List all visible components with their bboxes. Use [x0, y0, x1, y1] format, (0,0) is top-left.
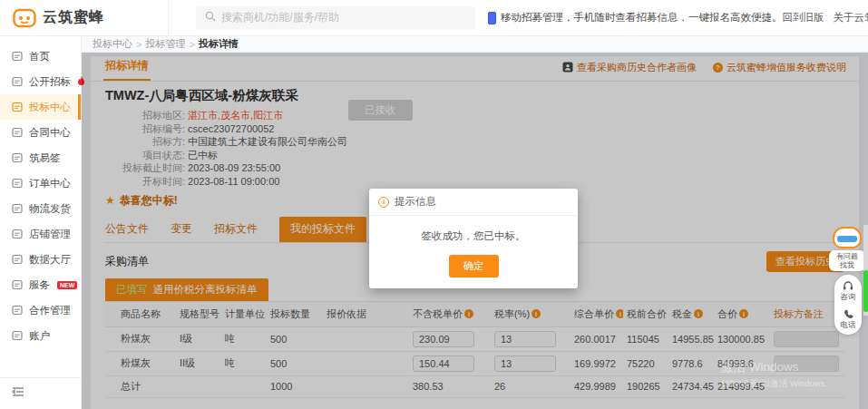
- search-icon: [205, 11, 216, 24]
- order-icon: [12, 178, 23, 189]
- breadcrumb-item[interactable]: 投标详情: [199, 37, 239, 51]
- sidebar-item-label: 筑易签: [29, 151, 61, 165]
- helper-label-line1: 有问题: [831, 252, 863, 261]
- sidebar-item-label: 投标中心: [29, 101, 71, 114]
- sidebar-item-label: 店铺管理: [29, 228, 71, 241]
- sidebar-item-service[interactable]: 服务NEW: [0, 272, 81, 297]
- home-icon: [12, 51, 23, 62]
- phone-icon: [844, 309, 853, 319]
- phone-label: 电话: [841, 320, 856, 329]
- contract-icon: [12, 127, 23, 138]
- cooperation-icon: [12, 305, 23, 316]
- breadcrumb-separator: >: [136, 39, 141, 50]
- sidebar-item-data-hall[interactable]: 数据大厅: [0, 247, 81, 272]
- old-version-link[interactable]: 回到旧版: [783, 11, 824, 24]
- sidebar-item-easy-sign[interactable]: 筑易签: [0, 145, 81, 170]
- header-divider: [168, 0, 169, 36]
- breadcrumb: 投标中心>投标管理>投标详情: [82, 36, 868, 53]
- phone-button[interactable]: 电话: [834, 309, 862, 329]
- scrollbar-thumb[interactable]: [863, 270, 868, 312]
- sidebar-item-order-center[interactable]: 订单中心: [0, 170, 81, 196]
- bee-mascot-icon: [833, 227, 862, 248]
- modal-footer: 确定: [369, 255, 578, 288]
- sidebar-item-shop-manage[interactable]: 店铺管理: [0, 221, 81, 247]
- sidebar-item-cooperation[interactable]: 合作管理: [0, 297, 81, 323]
- sidebar-item-contract-center[interactable]: 合同中心: [0, 120, 81, 145]
- yunzhu-bee-logo-icon: [13, 6, 36, 30]
- logistics-icon: [12, 203, 23, 214]
- sidebar-item-label: 物流发货: [29, 202, 71, 216]
- sidebar: 首页公开招标投标中心合同中心筑易签订单中心物流发货店铺管理数据大厅服务NEW合作…: [0, 36, 82, 409]
- info-circle-icon: i: [378, 197, 389, 208]
- data-hall-icon: [12, 254, 23, 265]
- sidebar-item-label: 公开招标: [29, 75, 71, 89]
- consult-button[interactable]: 咨询: [834, 281, 862, 301]
- service-icon: [12, 279, 23, 290]
- modal-message: 签收成功，您已中标。: [369, 216, 578, 255]
- sidebar-item-home[interactable]: 首页: [0, 44, 81, 69]
- search-placeholder: 搜索商机/功能/服务/帮助: [221, 10, 339, 25]
- mobile-promo-banner: 移动招募管理，手机随时查看招募信息，一键报名高效便捷。: [488, 11, 783, 24]
- account-icon: [12, 330, 23, 341]
- breadcrumb-separator: >: [189, 39, 194, 50]
- sidebar-item-bid-center[interactable]: 投标中心: [0, 94, 81, 120]
- shop-icon: [12, 229, 23, 239]
- modal-header: i 提示信息: [369, 189, 578, 216]
- new-badge: NEW: [57, 281, 77, 289]
- public-bidding-icon: [12, 76, 23, 87]
- sidebar-footer: [0, 377, 81, 409]
- header-actions: 回到旧版 关于云筑 下载app 移动投标 ⇄ 云筑蜜蜂工作台 ?帮助反馈会话消息…: [783, 0, 868, 42]
- sidebar-item-account[interactable]: 账户: [0, 323, 81, 348]
- confirm-button[interactable]: 确定: [449, 255, 499, 278]
- breadcrumb-item[interactable]: 投标中心: [93, 37, 132, 51]
- modal-title: 提示信息: [395, 195, 436, 209]
- sidebar-item-logistics[interactable]: 物流发货: [0, 196, 81, 221]
- promo-text: 移动招募管理，手机随时查看招募信息，一键报名高效便捷。: [501, 11, 783, 24]
- breadcrumb-item[interactable]: 投标管理: [145, 37, 185, 51]
- app-title: 云筑蜜蜂: [43, 8, 104, 27]
- search-input[interactable]: 搜索商机/功能/服务/帮助: [196, 6, 475, 30]
- consult-label: 咨询: [841, 292, 856, 301]
- sidebar-item-label: 订单中心: [29, 177, 71, 190]
- helper-label-line2: 找我: [831, 261, 863, 270]
- page-content: 招标详情 查看采购商历史合作者画像 ? 云筑蜜蜂增值服务收费说明 TMWZ-八局…: [82, 53, 868, 409]
- sidebar-item-label: 合作管理: [29, 304, 71, 317]
- sidebar-item-public-bidding[interactable]: 公开招标: [0, 69, 81, 94]
- about-yunzhu-link[interactable]: 关于云筑: [834, 11, 868, 24]
- bid-center-icon: [12, 102, 23, 112]
- sidebar-item-label: 首页: [29, 50, 50, 63]
- sidebar-item-label: 服务: [29, 278, 50, 292]
- message-modal: i 提示信息 签收成功，您已中标。 确定: [369, 189, 578, 288]
- headset-icon: [843, 281, 853, 291]
- contact-widget: 咨询 电话: [834, 275, 862, 335]
- sidebar-item-label: 数据大厅: [29, 253, 71, 267]
- mobile-phone-icon: [488, 12, 496, 24]
- sign-icon: [12, 152, 23, 163]
- helper-mascot-widget[interactable]: 有问题 找我: [829, 227, 865, 271]
- sidebar-item-label: 合同中心: [29, 126, 71, 140]
- sidebar-item-label: 账户: [29, 329, 50, 343]
- collapse-menu-icon[interactable]: [12, 387, 24, 400]
- helper-label: 有问题 找我: [829, 250, 865, 271]
- top-header: 云筑蜜蜂 搜索商机/功能/服务/帮助 移动招募管理，手机随时查看招募信息，一键报…: [0, 0, 868, 36]
